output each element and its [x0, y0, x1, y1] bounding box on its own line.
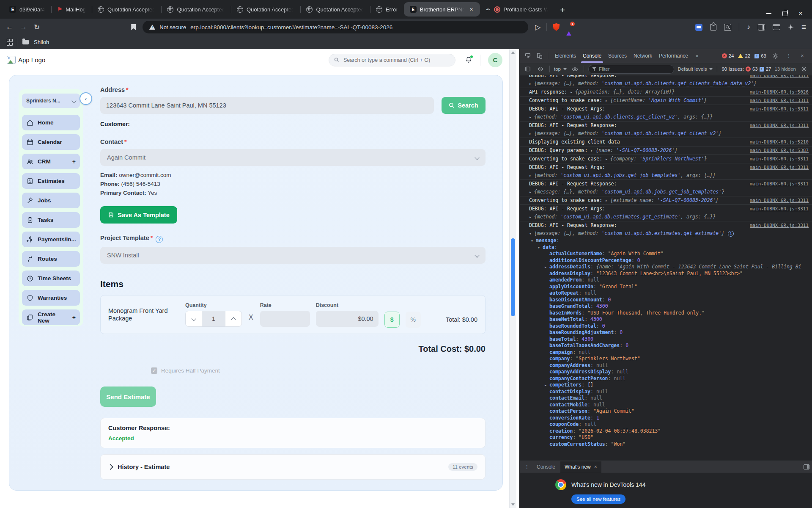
kebab-menu-icon[interactable]: ⋮ — [784, 51, 793, 61]
console-file-link[interactable]: main-DUBNX-6R.js:3311 — [744, 206, 809, 212]
console-object-preview[interactable]: {name: '-SAL-QT-00083-2026'} — [595, 147, 678, 154]
history-accordion[interactable]: History - Estimate 11 events — [100, 454, 486, 480]
drawer-kebab-icon[interactable]: ⋮ — [522, 462, 532, 472]
contact-select[interactable]: Again Commit — [100, 149, 486, 166]
clear-console-icon[interactable] — [536, 64, 545, 74]
console-object-preview[interactable]: {estimate_name: '-SAL-QT-00083-2026'} — [610, 197, 719, 204]
tab-close-icon[interactable]: × — [469, 6, 474, 13]
console-file-link[interactable]: main-DUBNX-6R.js:3311 — [744, 97, 809, 104]
search-button[interactable]: Search — [442, 97, 486, 114]
scroll-down-arrow[interactable] — [511, 503, 515, 506]
hidden-messages-label[interactable]: 13 hidden — [774, 66, 796, 72]
half-payment-checkbox[interactable]: ✓ — [151, 367, 157, 374]
browser-tab-profitable-casts-w[interactable]: ✒Profitable Casts W — [480, 2, 555, 17]
expand-arrow-icon[interactable]: ▸ — [529, 172, 532, 179]
drawer-dock-icon[interactable] — [804, 464, 809, 469]
search-box-icon[interactable] — [724, 24, 731, 31]
company-select[interactable]: Sprinklers N... — [22, 94, 80, 108]
console-object-preview[interactable]: {company: 'Sprinklers Northwest'} — [610, 156, 707, 162]
drawer-tab-console[interactable]: Console — [532, 461, 560, 473]
expand-arrow-icon[interactable]: ▾ — [538, 244, 540, 251]
media-icon[interactable]: ♪ — [747, 23, 750, 31]
drawer-tab-whats-new[interactable]: What's new × — [560, 461, 601, 473]
console-file-link[interactable]: main-DUBNX-6R.js:3311 — [744, 122, 809, 129]
reload-icon[interactable]: ↻ — [34, 23, 40, 32]
new-tab-button[interactable]: + — [560, 6, 565, 15]
console-file-link[interactable]: main-DUBNX-6R.js:3311 — [744, 106, 809, 112]
console-filter-input[interactable]: Filter — [588, 65, 674, 74]
brave-wallet-icon[interactable] — [773, 24, 780, 30]
expand-arrow-icon[interactable]: ▸ — [529, 80, 532, 87]
notifications-bell[interactable] — [465, 56, 472, 64]
context-selector[interactable]: top — [554, 66, 567, 72]
console-file-link[interactable]: main-DUBNX-6R.js:3311 — [744, 181, 809, 187]
discount-input[interactable]: $0.00 — [316, 311, 379, 327]
eye-icon[interactable] — [570, 64, 579, 74]
sidebar-toggle-icon[interactable] — [758, 24, 765, 30]
issues-chip[interactable]: 90 Issues: ×63 !27 — [721, 66, 771, 72]
quantity-decrement-button[interactable] — [185, 311, 202, 327]
browser-tab-quotation-accepted[interactable]: Quotation Accepted — [300, 2, 370, 17]
save-as-template-button[interactable]: Save As Template — [100, 206, 177, 224]
brave-shield-icon[interactable] — [553, 23, 560, 31]
console-object-preview[interactable]: {method: 'custom_ui.api.db.estimates.get… — [534, 214, 716, 220]
sidebar-item-create-new[interactable]: Create New+ — [22, 309, 80, 325]
device-toolbar-icon[interactable] — [535, 51, 544, 61]
sidebar-item-routes[interactable]: Routes — [22, 251, 80, 267]
bookmark-folder-shiloh[interactable]: Shiloh — [34, 39, 49, 45]
browser-tab-brotherton-erpne[interactable]: EBrotherton ERPNe× — [404, 2, 480, 17]
devtools-tab-console[interactable]: Console — [579, 50, 605, 63]
expand-arrow-icon[interactable]: ▸ — [529, 214, 532, 220]
quantity-increment-button[interactable] — [225, 311, 242, 327]
expand-arrow-icon[interactable]: ▸ — [529, 130, 532, 137]
console-file-link[interactable]: main-DUBNX-6R.js:3311 — [744, 197, 809, 204]
expand-arrow-icon[interactable]: ▸ — [570, 89, 573, 95]
expand-arrow-icon[interactable]: ▸ — [605, 97, 608, 104]
avatar[interactable]: C — [488, 53, 502, 67]
console-file-link[interactable]: main-DUBNX-6R.js:3311 — [744, 156, 809, 162]
console-file-link[interactable]: main-DUBNX-6R.js:3311 — [744, 222, 809, 229]
command-search-input[interactable] — [343, 57, 450, 64]
sidebar-item-calendar[interactable]: Calendar — [22, 134, 80, 150]
console-object-preview[interactable]: {message: {…}, method: 'custom_ui.api.db… — [534, 189, 724, 195]
expand-arrow-icon[interactable]: ▸ — [590, 147, 593, 154]
browser-tab-quotation-accepted[interactable]: Quotation Accepted — [161, 2, 230, 17]
sidebar-item-time-sheets[interactable]: Time Sheets — [22, 271, 80, 286]
apps-grid-icon[interactable] — [7, 39, 12, 46]
command-search[interactable] — [329, 54, 455, 66]
console-object-preview[interactable]: {message: {…}, method: 'custom_ui.api.db… — [534, 80, 757, 87]
sidebar-item-tasks[interactable]: Tasks — [22, 212, 80, 228]
restore-icon[interactable] — [782, 11, 787, 16]
wallet-extension-icon[interactable] — [695, 24, 702, 31]
settings-gear-icon[interactable] — [771, 51, 780, 61]
console-file-link[interactable]: main-DUBNX-6R.js:3311 — [744, 75, 809, 79]
expand-arrow-icon[interactable]: ▸ — [544, 382, 547, 389]
plus-icon[interactable]: + — [72, 158, 76, 165]
share-icon[interactable]: ▷ — [535, 23, 540, 32]
console-object-preview[interactable]: {clientName: 'Again With Commit'} — [610, 97, 707, 104]
issues-count[interactable]: !63 — [754, 53, 766, 58]
minimize-icon[interactable] — [766, 13, 771, 14]
scrollbar-thumb[interactable] — [511, 238, 515, 316]
browser-tab-mailhog[interactable]: ⚑MailHog — [51, 2, 92, 17]
console-file-link[interactable]: main-DUBNX-6R.js:5210 — [744, 139, 809, 145]
warning-count[interactable]: 22 — [738, 53, 750, 58]
expand-arrow-icon[interactable]: ▾ — [529, 230, 532, 237]
console-file-link[interactable]: main-DUBNX-6R.js:5026 — [744, 89, 809, 95]
devtools-tab-network[interactable]: Network — [630, 50, 656, 63]
discount-percent-toggle[interactable]: % — [406, 312, 421, 328]
console-object-preview[interactable]: {message: {…}, method: 'custom_ui.api.db… — [534, 230, 734, 237]
sidebar-item-home[interactable]: Home — [22, 115, 80, 130]
bookmark-icon[interactable] — [131, 24, 136, 30]
sidebar-item-jobs[interactable]: Jobs — [22, 193, 80, 208]
console-object-preview[interactable]: {pagination: {…}, data: Array(10)} — [575, 89, 675, 95]
console-settings-gear-icon[interactable] — [799, 64, 809, 74]
rate-input[interactable] — [260, 311, 310, 327]
dock-console-icon[interactable] — [523, 64, 532, 74]
rewards-sparkle-icon[interactable] — [788, 24, 794, 30]
sidebar-collapse-button[interactable]: ‹ — [80, 92, 92, 105]
console-object-preview[interactable]: {method: 'custom_ui.api.db.clients.get_c… — [534, 114, 713, 120]
console-file-link[interactable]: main-DUBNX-6R.js:5387 — [744, 147, 809, 154]
page-scrollbar[interactable] — [509, 49, 516, 508]
devtools-tab-sources[interactable]: Sources — [605, 50, 630, 63]
